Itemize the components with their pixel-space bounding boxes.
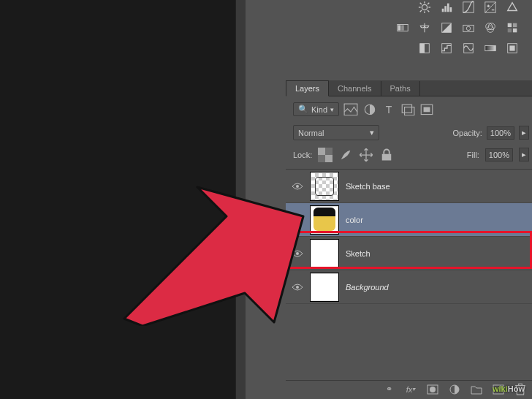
- svg-rect-13: [463, 2, 474, 12]
- fill-label: Fill:: [467, 151, 479, 159]
- fill-stepper[interactable]: ▸: [519, 148, 529, 162]
- visibility-icon[interactable]: [292, 180, 303, 192]
- layer-thumbnail[interactable]: [311, 206, 338, 234]
- svg-rect-43: [382, 153, 392, 160]
- chevron-down-icon: ▾: [370, 128, 374, 137]
- tab-layers[interactable]: Layers: [286, 80, 329, 96]
- svg-rect-36: [402, 104, 411, 113]
- photo-filter-icon[interactable]: [460, 20, 476, 35]
- layer-thumbnail[interactable]: [311, 240, 338, 267]
- layer-thumbnail[interactable]: [311, 172, 338, 200]
- mask-icon[interactable]: [427, 384, 438, 395]
- svg-rect-27: [513, 28, 517, 32]
- layer-row[interactable]: Background: [286, 270, 532, 304]
- brightness-icon[interactable]: [417, 0, 433, 15]
- color-lookup-icon[interactable]: [504, 20, 520, 35]
- svg-point-23: [487, 26, 494, 32]
- folder-icon[interactable]: [471, 384, 482, 395]
- blend-mode-select[interactable]: Normal ▾: [293, 125, 379, 140]
- fx-icon[interactable]: fx▾: [405, 384, 417, 395]
- layer-thumbnail[interactable]: [311, 273, 338, 301]
- layer-filter-row: 🔍 Kind ▾ T: [286, 96, 532, 122]
- layer-name[interactable]: Sketch: [346, 249, 370, 258]
- svg-rect-16: [398, 25, 401, 30]
- svg-rect-42: [325, 155, 332, 162]
- svg-rect-41: [318, 148, 325, 155]
- visibility-icon[interactable]: [292, 281, 303, 293]
- fill-value[interactable]: 100%: [485, 148, 513, 162]
- chevron-down-icon: ▾: [330, 106, 334, 113]
- curves-icon[interactable]: [460, 0, 476, 15]
- svg-rect-31: [485, 45, 495, 50]
- svg-rect-33: [509, 45, 514, 50]
- svg-point-44: [296, 185, 299, 188]
- layer-name[interactable]: Background: [346, 283, 389, 292]
- svg-rect-9: [442, 9, 444, 12]
- visibility-icon[interactable]: [292, 248, 303, 259]
- svg-line-8: [428, 3, 429, 4]
- watermark-pre: wiki: [493, 384, 508, 393]
- gradient-map-icon[interactable]: [482, 41, 498, 56]
- adjustments-panel: [291, 0, 532, 58]
- svg-rect-12: [450, 7, 452, 12]
- lock-position-icon[interactable]: [359, 148, 373, 162]
- filter-kind-label: Kind: [311, 105, 327, 114]
- layer-row[interactable]: Sketch base: [286, 170, 532, 203]
- svg-point-49: [430, 387, 436, 392]
- vibrance-icon[interactable]: [504, 0, 520, 15]
- opacity-stepper[interactable]: ▸: [519, 126, 529, 140]
- tab-channels[interactable]: Channels: [329, 81, 381, 96]
- svg-point-45: [296, 218, 299, 221]
- layer-row-selected[interactable]: color: [286, 203, 532, 237]
- svg-rect-10: [444, 6, 446, 12]
- channel-mixer-icon[interactable]: [482, 20, 498, 35]
- svg-point-47: [296, 286, 299, 289]
- svg-line-6: [428, 10, 429, 12]
- canvas-area: [0, 0, 246, 399]
- opacity-label: Opacity:: [453, 129, 482, 137]
- opacity-value[interactable]: 100%: [487, 126, 514, 140]
- svg-point-20: [466, 26, 470, 30]
- svg-rect-26: [508, 28, 512, 32]
- link-icon[interactable]: ⚭: [383, 384, 395, 395]
- lock-label: Lock:: [293, 151, 312, 159]
- panel-tabs: Layers Channels Paths: [286, 80, 532, 96]
- layer-name[interactable]: color: [346, 216, 363, 224]
- lock-paint-icon[interactable]: [338, 148, 353, 162]
- filter-kind-dropdown[interactable]: 🔍 Kind ▾: [293, 102, 339, 116]
- svg-rect-11: [447, 4, 449, 12]
- app-frame: Layers Channels Paths 🔍 Kind ▾ T Normal: [3, 0, 529, 396]
- blend-mode-value: Normal: [298, 129, 324, 137]
- search-icon: 🔍: [298, 104, 308, 114]
- lock-row: Lock: Fill: 100% ▸: [286, 143, 532, 170]
- svg-rect-17: [401, 25, 404, 30]
- filter-adjust-icon[interactable]: [362, 103, 377, 116]
- visibility-icon[interactable]: [292, 214, 303, 226]
- levels-icon[interactable]: [438, 0, 455, 15]
- filter-type-icon[interactable]: T: [381, 103, 396, 116]
- adjustment-icon[interactable]: [449, 384, 460, 395]
- posterize-icon[interactable]: [438, 41, 455, 56]
- watermark: wikiHow: [493, 383, 525, 395]
- filter-shape-icon[interactable]: [400, 103, 415, 116]
- selective-color-icon[interactable]: [504, 41, 520, 56]
- filter-pixel-icon[interactable]: [343, 103, 358, 116]
- threshold-icon[interactable]: [460, 41, 476, 56]
- layer-list: Sketch base color Sketch Background: [286, 170, 532, 304]
- svg-line-7: [420, 10, 422, 12]
- panels: Layers Channels Paths 🔍 Kind ▾ T Normal: [246, 0, 532, 399]
- layer-name[interactable]: Sketch base: [346, 182, 390, 191]
- layer-row[interactable]: Sketch: [286, 237, 532, 270]
- balance-icon[interactable]: [417, 20, 433, 35]
- bw-icon[interactable]: [438, 20, 455, 35]
- lock-transparent-icon[interactable]: [318, 148, 332, 162]
- watermark-post: How: [508, 384, 525, 393]
- invert-icon[interactable]: [417, 41, 433, 56]
- svg-rect-39: [424, 107, 430, 112]
- exposure-icon[interactable]: [482, 0, 498, 15]
- tab-paths[interactable]: Paths: [381, 81, 420, 96]
- filter-smart-icon[interactable]: [419, 103, 434, 116]
- hue-icon[interactable]: [395, 20, 411, 35]
- svg-point-0: [422, 4, 427, 10]
- lock-all-icon[interactable]: [379, 148, 394, 162]
